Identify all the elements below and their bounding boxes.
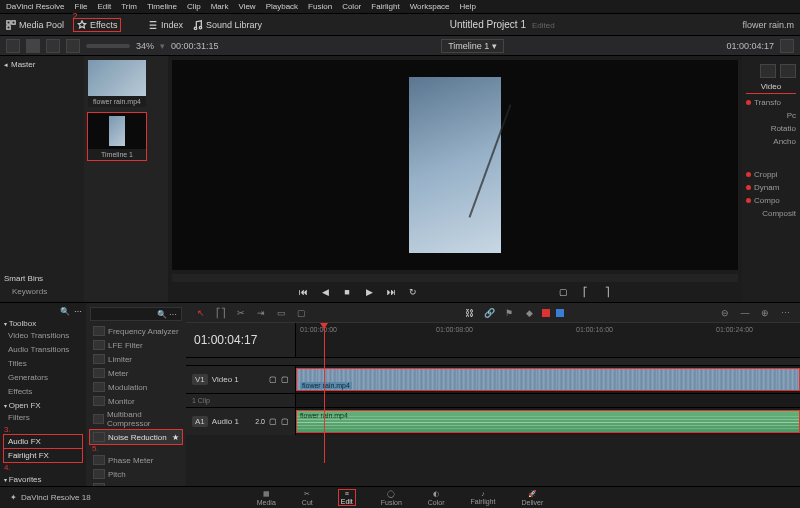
menu-item[interactable]: Color (342, 2, 361, 11)
track-solo-icon[interactable]: ▢ (269, 417, 277, 426)
master-bin[interactable]: Master (4, 60, 80, 69)
insert-tool-icon[interactable]: ⇥ (254, 306, 268, 320)
viewer-zoom[interactable]: 34% (136, 41, 154, 51)
timeline-ruler[interactable]: 01:00:00:00 01:00:08:00 01:00:16:00 01:0… (296, 323, 800, 357)
timeline-selector[interactable]: Timeline 1 ▾ (441, 39, 504, 53)
toolbox-group[interactable]: Toolbox (4, 319, 82, 328)
fx-item[interactable]: Meter (90, 366, 182, 380)
list-view-icon[interactable] (6, 39, 20, 53)
zoom-in-icon[interactable]: ⊕ (758, 306, 772, 320)
playhead[interactable] (324, 323, 325, 463)
sort-icon[interactable] (46, 39, 60, 53)
replace-tool-icon[interactable]: ▢ (294, 306, 308, 320)
inspector-tab-icon[interactable] (780, 64, 796, 78)
cropping-group[interactable]: Croppi (746, 170, 796, 179)
fx-item[interactable]: Limiter (90, 352, 182, 366)
filters[interactable]: Filters (4, 411, 82, 424)
play-icon[interactable]: ▶ (362, 287, 376, 297)
viewer-canvas[interactable] (172, 60, 738, 270)
menu-item[interactable]: Edit (97, 2, 111, 11)
viewer-option-icon[interactable] (780, 39, 794, 53)
fairlight-page[interactable]: ♪Fairlight (471, 490, 496, 505)
fx-item[interactable]: LFE Filter (90, 338, 182, 352)
menu-item[interactable]: Fairlight (371, 2, 399, 11)
search-icon[interactable] (66, 39, 80, 53)
thumb-view-icon[interactable] (26, 39, 40, 53)
index-tab[interactable]: Index (148, 20, 183, 30)
track-v1-tag[interactable]: V1 (192, 374, 208, 385)
options-icon[interactable]: ⋯ (74, 307, 82, 316)
effects-cat[interactable]: Effects (4, 385, 82, 398)
menu-item[interactable]: DaVinci Resolve (6, 2, 65, 11)
audio-fx[interactable]: Audio FX (4, 435, 82, 448)
first-frame-icon[interactable]: ⏮ (296, 287, 310, 297)
effects-tab[interactable]: Effects (74, 19, 120, 31)
inspector-video-tab[interactable]: Video (746, 82, 796, 94)
effects-search[interactable]: 🔍 ⋯ (90, 307, 182, 321)
menu-item[interactable]: Fusion (308, 2, 332, 11)
deliver-page[interactable]: 🚀Deliver (521, 490, 543, 506)
generators[interactable]: Generators (4, 371, 82, 384)
fx-item[interactable]: Multiband Compressor (90, 408, 182, 430)
menu-item[interactable]: Clip (187, 2, 201, 11)
menu-item[interactable]: Help (460, 2, 476, 11)
track-a1-tag[interactable]: A1 (192, 416, 208, 427)
video-lane[interactable]: flower rain.mp4 (296, 366, 800, 393)
sound-library-tab[interactable]: Sound Library (193, 20, 262, 30)
titles[interactable]: Titles (4, 357, 82, 370)
menu-item[interactable]: Playback (266, 2, 298, 11)
zoom-out-icon[interactable]: ⊖ (718, 306, 732, 320)
track-mute-icon[interactable]: ▢ (281, 417, 289, 426)
dynamic-zoom-group[interactable]: Dynam (746, 183, 796, 192)
fusion-page[interactable]: ◯Fusion (381, 490, 402, 506)
prev-frame-icon[interactable]: ◀ (318, 287, 332, 297)
track-mute-icon[interactable]: ▢ (281, 375, 289, 384)
fx-item[interactable]: Modulation (90, 380, 182, 394)
noise-reduction-fx[interactable]: Noise Reduction★ (90, 430, 182, 444)
marker-icon[interactable]: ◆ (522, 306, 536, 320)
audio-lane[interactable]: flower rain.mp4 (296, 408, 800, 435)
link-icon[interactable]: 🔗 (482, 306, 496, 320)
transform-group[interactable]: Transfo (746, 98, 796, 107)
openfx-group[interactable]: Open FX (4, 401, 82, 410)
next-frame-icon[interactable]: ⏭ (384, 287, 398, 297)
fairlight-fx[interactable]: Fairlight FX (4, 449, 82, 462)
color-page[interactable]: ◐Color (428, 490, 445, 506)
overwrite-tool-icon[interactable]: ▭ (274, 306, 288, 320)
fx-item[interactable]: Frequency Analyzer (90, 324, 182, 338)
inspector-tab-icon[interactable] (760, 64, 776, 78)
blade-tool-icon[interactable]: ✂ (234, 306, 248, 320)
stop-icon[interactable]: ■ (340, 287, 354, 297)
match-frame-icon[interactable]: ▢ (556, 287, 570, 297)
composite-group[interactable]: Compo (746, 196, 796, 205)
zoom-slider[interactable] (86, 44, 130, 48)
menu-item[interactable]: Mark (211, 2, 229, 11)
timeline-options-icon[interactable]: ⋯ (778, 306, 792, 320)
trim-tool-icon[interactable]: ⎡⎤ (214, 306, 228, 320)
search-icon[interactable]: 🔍 (60, 307, 70, 316)
audio-clip[interactable]: flower rain.mp4 (296, 410, 800, 433)
timeline-thumb[interactable]: Timeline 1 (88, 113, 146, 160)
fx-item[interactable]: Monitor (90, 394, 182, 408)
clip-thumb[interactable]: flower rain.mp4 (88, 60, 146, 107)
fx-item[interactable]: Pitch (90, 467, 182, 481)
menu-item[interactable]: Workspace (410, 2, 450, 11)
menu-item[interactable]: Trim (121, 2, 137, 11)
media-pool-tab[interactable]: Media Pool (6, 20, 64, 30)
selection-tool-icon[interactable]: ↖ (194, 306, 208, 320)
cut-page[interactable]: ✂Cut (302, 490, 313, 506)
mark-out-icon[interactable]: ⎤ (600, 287, 614, 297)
video-clip[interactable]: flower rain.mp4 (296, 368, 800, 391)
fx-item[interactable]: Phase Meter (90, 453, 182, 467)
audio-transitions[interactable]: Audio Transitions (4, 343, 82, 356)
edit-page[interactable]: ≡Edit (339, 490, 355, 505)
viewer-scrubber[interactable] (172, 274, 738, 282)
mark-in-icon[interactable]: ⎡ (578, 287, 592, 297)
video-transitions[interactable]: Video Transitions (4, 329, 82, 342)
snap-icon[interactable]: ⛓ (462, 306, 476, 320)
keywords-bin[interactable]: Keywords (4, 287, 47, 296)
zoom-slider[interactable]: — (738, 306, 752, 320)
loop-icon[interactable]: ↻ (406, 287, 420, 297)
media-page[interactable]: ▦Media (257, 490, 276, 506)
menu-item[interactable]: View (238, 2, 255, 11)
